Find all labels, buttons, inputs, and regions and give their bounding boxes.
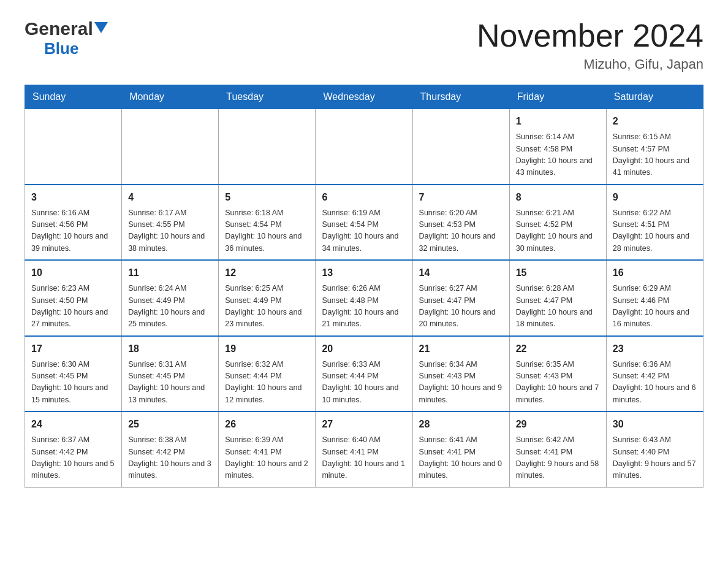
calendar-cell-w1-d2 [122,109,219,185]
logo-blue-text: Blue [44,39,78,58]
day-info: Sunrise: 6:35 AM Sunset: 4:43 PM Dayligh… [516,359,600,407]
title-section: November 2024 Mizuho, Gifu, Japan [477,18,703,72]
day-number: 29 [516,417,600,432]
day-info: Sunrise: 6:24 AM Sunset: 4:49 PM Dayligh… [128,283,212,331]
svg-marker-0 [94,22,108,33]
day-number: 6 [322,190,406,205]
calendar-cell-w2-d6: 8Sunrise: 6:21 AM Sunset: 4:52 PM Daylig… [509,185,606,261]
day-number: 15 [516,266,600,280]
day-info: Sunrise: 6:39 AM Sunset: 4:41 PM Dayligh… [225,434,309,482]
calendar-cell-w3-d7: 16Sunrise: 6:29 AM Sunset: 4:46 PM Dayli… [606,260,703,336]
week-row-4: 17Sunrise: 6:30 AM Sunset: 4:45 PM Dayli… [25,336,703,412]
day-info: Sunrise: 6:19 AM Sunset: 4:54 PM Dayligh… [322,207,406,255]
day-info: Sunrise: 6:15 AM Sunset: 4:57 PM Dayligh… [613,131,697,179]
day-info: Sunrise: 6:34 AM Sunset: 4:43 PM Dayligh… [419,359,503,407]
calendar-cell-w5-d2: 25Sunrise: 6:38 AM Sunset: 4:42 PM Dayli… [122,412,219,487]
day-info: Sunrise: 6:36 AM Sunset: 4:42 PM Dayligh… [613,359,697,407]
day-info: Sunrise: 6:31 AM Sunset: 4:45 PM Dayligh… [128,359,212,407]
day-number: 25 [128,417,212,432]
calendar-cell-w1-d7: 2Sunrise: 6:15 AM Sunset: 4:57 PM Daylig… [606,109,703,185]
calendar-cell-w1-d1 [25,109,122,185]
calendar-cell-w1-d3 [219,109,316,185]
day-number: 9 [613,190,697,205]
week-row-1: 1Sunrise: 6:14 AM Sunset: 4:58 PM Daylig… [25,109,703,185]
day-info: Sunrise: 6:38 AM Sunset: 4:42 PM Dayligh… [128,434,212,482]
day-info: Sunrise: 6:23 AM Sunset: 4:50 PM Dayligh… [31,283,115,331]
header-saturday: Saturday [606,85,703,109]
day-number: 14 [419,266,503,280]
calendar-cell-w5-d3: 26Sunrise: 6:39 AM Sunset: 4:41 PM Dayli… [219,412,316,487]
week-row-3: 10Sunrise: 6:23 AM Sunset: 4:50 PM Dayli… [25,260,703,336]
calendar-cell-w5-d1: 24Sunrise: 6:37 AM Sunset: 4:42 PM Dayli… [25,412,122,487]
calendar-cell-w3-d4: 13Sunrise: 6:26 AM Sunset: 4:48 PM Dayli… [316,260,412,336]
calendar-cell-w1-d5 [412,109,509,185]
location-subtitle: Mizuho, Gifu, Japan [477,56,703,72]
day-number: 30 [613,417,697,432]
day-info: Sunrise: 6:18 AM Sunset: 4:54 PM Dayligh… [225,207,309,255]
day-info: Sunrise: 6:43 AM Sunset: 4:40 PM Dayligh… [613,434,697,482]
calendar-cell-w4-d1: 17Sunrise: 6:30 AM Sunset: 4:45 PM Dayli… [25,336,122,412]
calendar-cell-w2-d4: 6Sunrise: 6:19 AM Sunset: 4:54 PM Daylig… [316,185,412,261]
calendar-cell-w3-d6: 15Sunrise: 6:28 AM Sunset: 4:47 PM Dayli… [509,260,606,336]
logo: General Blue [25,18,108,58]
day-info: Sunrise: 6:22 AM Sunset: 4:51 PM Dayligh… [613,207,697,255]
day-info: Sunrise: 6:33 AM Sunset: 4:44 PM Dayligh… [322,359,406,407]
calendar-cell-w2-d1: 3Sunrise: 6:16 AM Sunset: 4:56 PM Daylig… [25,185,122,261]
day-info: Sunrise: 6:42 AM Sunset: 4:41 PM Dayligh… [516,434,600,482]
day-number: 22 [516,342,600,356]
calendar-cell-w2-d7: 9Sunrise: 6:22 AM Sunset: 4:51 PM Daylig… [606,185,703,261]
day-number: 20 [322,342,406,356]
day-info: Sunrise: 6:26 AM Sunset: 4:48 PM Dayligh… [322,283,406,331]
calendar-cell-w1-d6: 1Sunrise: 6:14 AM Sunset: 4:58 PM Daylig… [509,109,606,185]
day-info: Sunrise: 6:29 AM Sunset: 4:46 PM Dayligh… [613,283,697,331]
day-number: 21 [419,342,503,356]
day-info: Sunrise: 6:21 AM Sunset: 4:52 PM Dayligh… [516,207,600,255]
calendar-cell-w5-d5: 28Sunrise: 6:41 AM Sunset: 4:41 PM Dayli… [412,412,509,487]
calendar-cell-w1-d4 [316,109,412,185]
logo-general-text: General [25,18,93,39]
day-number: 4 [128,190,212,205]
header-thursday: Thursday [412,85,509,109]
day-number: 27 [322,417,406,432]
day-info: Sunrise: 6:40 AM Sunset: 4:41 PM Dayligh… [322,434,406,482]
day-info: Sunrise: 6:37 AM Sunset: 4:42 PM Dayligh… [31,434,115,482]
day-number: 19 [225,342,309,356]
day-number: 2 [613,114,697,129]
day-number: 7 [419,190,503,205]
month-year-title: November 2024 [477,18,703,53]
header-sunday: Sunday [25,85,122,109]
day-number: 28 [419,417,503,432]
day-info: Sunrise: 6:28 AM Sunset: 4:47 PM Dayligh… [516,283,600,331]
header-tuesday: Tuesday [219,85,316,109]
day-info: Sunrise: 6:27 AM Sunset: 4:47 PM Dayligh… [419,283,503,331]
calendar-cell-w5-d4: 27Sunrise: 6:40 AM Sunset: 4:41 PM Dayli… [316,412,412,487]
calendar-cell-w3-d2: 11Sunrise: 6:24 AM Sunset: 4:49 PM Dayli… [122,260,219,336]
day-number: 18 [128,342,212,356]
calendar-cell-w4-d2: 18Sunrise: 6:31 AM Sunset: 4:45 PM Dayli… [122,336,219,412]
day-number: 5 [225,190,309,205]
day-number: 17 [31,342,115,356]
header-friday: Friday [509,85,606,109]
header-monday: Monday [122,85,219,109]
day-info: Sunrise: 6:30 AM Sunset: 4:45 PM Dayligh… [31,359,115,407]
day-info: Sunrise: 6:41 AM Sunset: 4:41 PM Dayligh… [419,434,503,482]
calendar-cell-w4-d7: 23Sunrise: 6:36 AM Sunset: 4:42 PM Dayli… [606,336,703,412]
calendar-table: Sunday Monday Tuesday Wednesday Thursday… [25,85,703,488]
calendar-cell-w4-d4: 20Sunrise: 6:33 AM Sunset: 4:44 PM Dayli… [316,336,412,412]
calendar-cell-w2-d3: 5Sunrise: 6:18 AM Sunset: 4:54 PM Daylig… [219,185,316,261]
day-number: 11 [128,266,212,280]
day-number: 13 [322,266,406,280]
calendar-cell-w3-d3: 12Sunrise: 6:25 AM Sunset: 4:49 PM Dayli… [219,260,316,336]
day-info: Sunrise: 6:20 AM Sunset: 4:53 PM Dayligh… [419,207,503,255]
logo-triangle-icon [94,22,108,36]
day-number: 1 [516,114,600,129]
calendar-cell-w4-d6: 22Sunrise: 6:35 AM Sunset: 4:43 PM Dayli… [509,336,606,412]
day-number: 10 [31,266,115,280]
calendar-cell-w4-d3: 19Sunrise: 6:32 AM Sunset: 4:44 PM Dayli… [219,336,316,412]
calendar-cell-w2-d5: 7Sunrise: 6:20 AM Sunset: 4:53 PM Daylig… [412,185,509,261]
day-info: Sunrise: 6:25 AM Sunset: 4:49 PM Dayligh… [225,283,309,331]
page-header: General Blue November 2024 Mizuho, Gifu,… [25,18,703,72]
calendar-cell-w3-d5: 14Sunrise: 6:27 AM Sunset: 4:47 PM Dayli… [412,260,509,336]
calendar-cell-w5-d6: 29Sunrise: 6:42 AM Sunset: 4:41 PM Dayli… [509,412,606,487]
header-wednesday: Wednesday [316,85,412,109]
